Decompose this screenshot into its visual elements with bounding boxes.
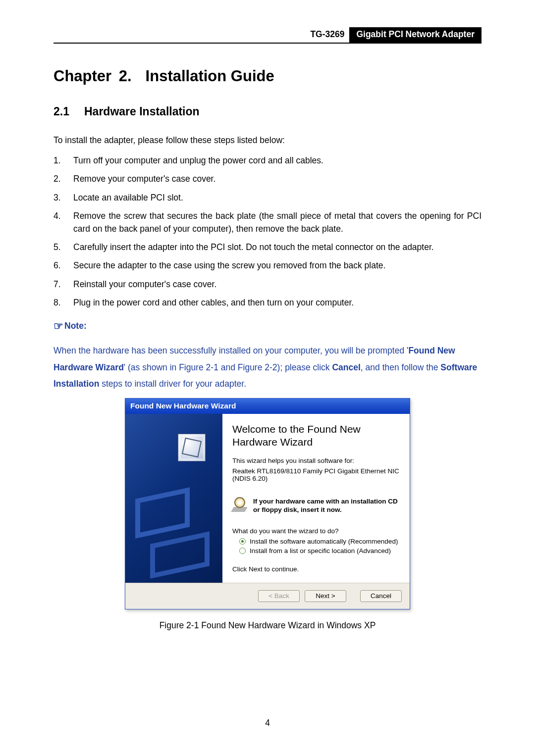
cd-icon: [232, 497, 247, 512]
section-number: 2.1: [54, 105, 69, 118]
pointing-hand-icon: ☞: [54, 320, 63, 332]
wizard-main: Welcome to the Found New Hardware Wizard…: [222, 414, 410, 583]
document-page: TG-3269 Gigabit PCI Network Adapter Chap…: [0, 0, 535, 631]
list-item: 1.Turn off your computer and unplug the …: [54, 154, 482, 167]
wizard-cd-hint: If your hardware came with an installati…: [232, 497, 404, 514]
wizard-helps-text: This wizard helps you install software f…: [232, 457, 404, 464]
chapter-heading: Chapter 2.Installation Guide: [54, 67, 482, 85]
note-label: Note:: [64, 321, 87, 331]
section-title: Hardware Installation: [84, 105, 200, 118]
wizard-option-advanced[interactable]: Install from a list or specific location…: [239, 547, 404, 554]
wizard-body: Welcome to the Found New Hardware Wizard…: [125, 414, 410, 583]
chapter-number: Chapter 2.: [54, 67, 132, 85]
wizard-dialog: Found New Hardware Wizard Welcome to the…: [125, 398, 410, 609]
list-item: 8.Plug in the power cord and other cable…: [54, 297, 482, 309]
wizard-heading: Welcome to the Found New Hardware Wizard: [232, 423, 404, 449]
list-item: 6.Secure the adapter to the case using t…: [54, 259, 482, 272]
next-button[interactable]: Next >: [305, 590, 346, 602]
back-button: < Back: [258, 590, 300, 602]
radio-icon: [239, 538, 246, 545]
wizard-titlebar: Found New Hardware Wizard: [125, 399, 410, 414]
note-heading: ☞Note:: [54, 320, 482, 333]
wizard-side-graphic: [125, 414, 222, 583]
page-number: 4: [0, 718, 535, 728]
wizard-option-auto[interactable]: Install the software automatically (Reco…: [239, 538, 404, 545]
cancel-button[interactable]: Cancel: [360, 590, 402, 602]
note-body: When the hardware has been successfully …: [54, 343, 482, 392]
wizard-footer: < Back Next > Cancel: [125, 583, 410, 609]
list-item: 4.Remove the screw that secures the back…: [54, 210, 482, 235]
chapter-title: Installation Guide: [146, 67, 274, 85]
list-item: 2.Remove your computer's case cover.: [54, 173, 482, 185]
wizard-device-name: Realtek RTL8169/8110 Family PCI Gigabit …: [232, 467, 404, 482]
wizard-continue-text: Click Next to continue.: [232, 565, 404, 573]
page-header: TG-3269 Gigabit PCI Network Adapter: [54, 27, 482, 44]
header-title: Gigabit PCI Network Adapter: [349, 27, 482, 43]
section-heading: 2.1Hardware Installation: [54, 105, 482, 118]
wizard-question: What do you want the wizard to do?: [232, 527, 404, 535]
intro-text: To install the adapter, please follow th…: [54, 135, 482, 146]
list-item: 5.Carefully insert the adapter into the …: [54, 241, 482, 253]
header-model: TG-3269: [305, 27, 349, 43]
hardware-icon: [178, 434, 206, 461]
figure-caption: Figure 2-1 Found New Hardware Wizard in …: [54, 620, 482, 631]
radio-icon: [239, 548, 246, 554]
list-item: 7.Reinstall your computer's case cover.: [54, 278, 482, 291]
list-item: 3.Locate an available PCI slot.: [54, 192, 482, 204]
install-steps: 1.Turn off your computer and unplug the …: [54, 154, 482, 309]
